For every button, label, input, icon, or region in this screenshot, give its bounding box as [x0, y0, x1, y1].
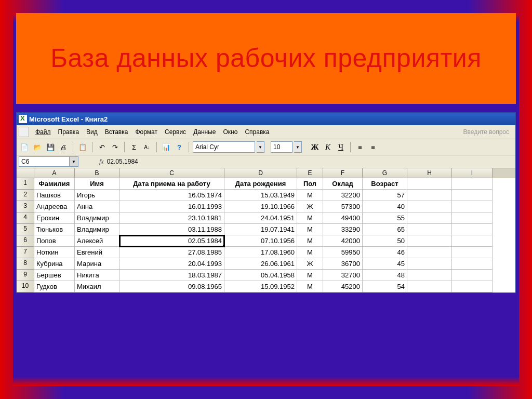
cell[interactable] — [452, 178, 493, 190]
menu-format[interactable]: Формат — [132, 127, 161, 137]
cell[interactable]: 45200 — [323, 281, 363, 292]
cell[interactable] — [407, 212, 452, 224]
cell[interactable] — [452, 201, 493, 212]
cell[interactable]: 05.04.1958 — [224, 270, 297, 281]
chevron-down-icon[interactable]: ▼ — [294, 141, 302, 153]
cell[interactable]: Тюньков — [34, 224, 75, 235]
row-header[interactable]: 2 — [17, 190, 34, 201]
cell[interactable]: 55 — [363, 212, 407, 224]
cell[interactable]: 32700 — [323, 270, 363, 281]
paste-icon[interactable]: 📋 — [77, 141, 88, 153]
cell[interactable]: 07.10.1956 — [224, 235, 297, 247]
cell[interactable] — [452, 235, 493, 247]
cell[interactable]: 16.01.1993 — [119, 201, 224, 212]
cell[interactable]: 17.08.1960 — [224, 247, 297, 258]
cell[interactable]: Алексей — [75, 235, 119, 247]
undo-icon[interactable]: ↶ — [96, 141, 108, 153]
cell[interactable] — [407, 270, 452, 281]
cell[interactable]: 54 — [363, 281, 407, 292]
cell[interactable]: М — [297, 270, 323, 281]
cell[interactable] — [452, 270, 493, 281]
cell[interactable]: Гудков — [34, 281, 75, 292]
cell[interactable]: Кубрина — [34, 258, 75, 270]
cell[interactable] — [452, 224, 493, 235]
cell[interactable]: 57300 — [323, 201, 363, 212]
fx-icon[interactable]: fx — [99, 158, 104, 166]
cell[interactable]: Ж — [297, 201, 323, 212]
workbook-icon[interactable] — [19, 127, 29, 137]
cell[interactable]: 59950 — [323, 247, 363, 258]
menu-window[interactable]: Окно — [220, 127, 241, 137]
cell[interactable]: 15.03.1949 — [224, 190, 297, 201]
cell[interactable] — [407, 190, 452, 201]
cell[interactable]: Дата приема на работу — [119, 178, 224, 190]
cell[interactable]: 46 — [363, 247, 407, 258]
cell[interactable] — [452, 212, 493, 224]
cell[interactable]: Владимир — [75, 212, 119, 224]
cell[interactable]: Оклад — [323, 178, 363, 190]
column-header[interactable]: G — [363, 168, 407, 178]
select-all-corner[interactable] — [17, 168, 34, 178]
cell[interactable]: Дата рождения — [224, 178, 297, 190]
cell[interactable]: Марина — [75, 258, 119, 270]
cell[interactable]: Евгений — [75, 247, 119, 258]
cell[interactable]: Фамилия — [34, 178, 75, 190]
spreadsheet[interactable]: ABCDEFGHI 1ФамилияИмяДата приема на рабо… — [17, 168, 515, 292]
cell[interactable] — [407, 247, 452, 258]
new-icon[interactable]: 📄 — [19, 141, 30, 153]
cell[interactable] — [407, 258, 452, 270]
cell[interactable]: Михаил — [75, 281, 119, 292]
menu-edit[interactable]: Правка — [55, 127, 83, 137]
chevron-down-icon[interactable]: ▼ — [70, 156, 78, 167]
cell[interactable]: М — [297, 247, 323, 258]
cell[interactable]: 49400 — [323, 212, 363, 224]
cell[interactable]: Возраст — [363, 178, 407, 190]
cell[interactable]: 23.10.1981 — [119, 212, 224, 224]
menu-help[interactable]: Справка — [242, 127, 272, 137]
bold-button[interactable]: Ж — [309, 143, 321, 152]
cell[interactable]: Пол — [297, 178, 323, 190]
cell[interactable]: 57 — [363, 190, 407, 201]
row-header[interactable]: 3 — [17, 201, 34, 212]
row-header[interactable]: 8 — [17, 258, 34, 270]
help-search-placeholder[interactable]: Введите вопрос — [463, 128, 514, 136]
cell[interactable]: М — [297, 281, 323, 292]
cell[interactable]: Пашков — [34, 190, 75, 201]
underline-button[interactable]: Ч — [335, 143, 347, 152]
cell[interactable]: 03.11.1988 — [119, 224, 224, 235]
print-icon[interactable]: 🖨 — [58, 141, 69, 153]
cell[interactable]: 27.08.1985 — [119, 247, 224, 258]
align-left-icon[interactable]: ≡ — [354, 141, 366, 153]
row-header[interactable]: 6 — [17, 235, 34, 247]
cell[interactable]: М — [297, 212, 323, 224]
help-icon[interactable]: ? — [174, 141, 185, 153]
cell[interactable]: Бершев — [34, 270, 75, 281]
row-header[interactable]: 5 — [17, 224, 34, 235]
chevron-down-icon[interactable]: ▼ — [257, 141, 264, 153]
row-header[interactable]: 4 — [17, 212, 34, 224]
cell[interactable] — [407, 224, 452, 235]
menu-file[interactable]: Файл — [32, 127, 54, 137]
cell[interactable]: Имя — [75, 178, 119, 190]
cell[interactable]: М — [297, 224, 323, 235]
column-header[interactable]: C — [119, 168, 224, 178]
column-header[interactable]: E — [297, 168, 323, 178]
cell[interactable]: Никита — [75, 270, 119, 281]
column-header[interactable]: H — [407, 168, 452, 178]
column-header[interactable]: B — [75, 168, 119, 178]
cell[interactable]: 19.10.1966 — [224, 201, 297, 212]
cell[interactable]: Попов — [34, 235, 75, 247]
cell[interactable]: Анна — [75, 201, 119, 212]
cell[interactable] — [407, 281, 452, 292]
menu-insert[interactable]: Вставка — [102, 127, 131, 137]
cell[interactable]: 48 — [363, 270, 407, 281]
window-titlebar[interactable]: Microsoft Excel - Книга2 — [17, 113, 515, 125]
chart-icon[interactable]: 📊 — [161, 141, 172, 153]
cell[interactable]: 45 — [363, 258, 407, 270]
cell[interactable]: 36700 — [323, 258, 363, 270]
cell[interactable] — [452, 281, 493, 292]
formula-value[interactable]: 02.05.1984 — [107, 158, 513, 165]
save-icon[interactable]: 💾 — [45, 141, 56, 153]
row-header[interactable]: 1 — [17, 178, 34, 190]
cell[interactable]: 50 — [363, 235, 407, 247]
